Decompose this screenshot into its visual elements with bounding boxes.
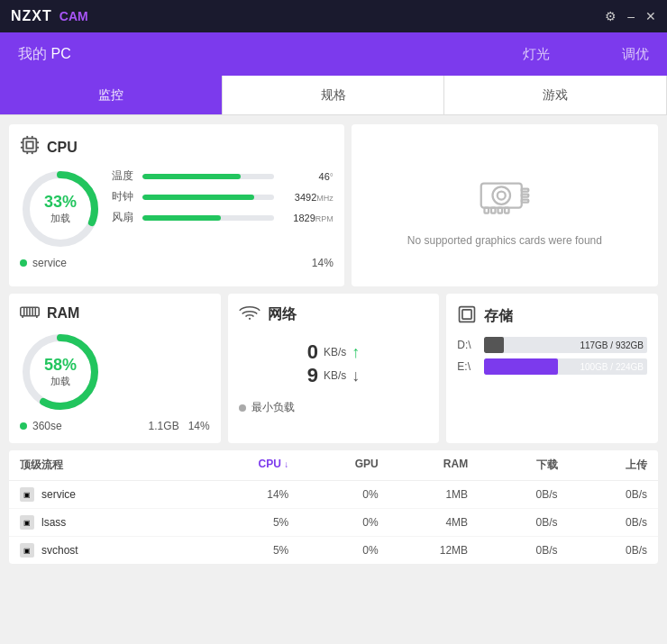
- cpu-clock-row: 时钟 3492MHz: [112, 189, 334, 204]
- net-download-row: 9 KB/s ↓: [307, 364, 361, 387]
- table-header: 顶级流程 CPU ↓ GPU RAM 下载 上传: [9, 450, 658, 481]
- net-footer: 最小负载: [239, 400, 429, 415]
- row-svchost-dl: 0B/s: [468, 544, 557, 557]
- logo-nzxt: NZXT: [11, 8, 52, 24]
- svg-point-14: [498, 192, 506, 200]
- svg-point-13: [492, 186, 510, 204]
- net-download-unit: KB/s: [324, 369, 346, 382]
- net-dot: [239, 404, 246, 412]
- ram-percent: 58%: [44, 356, 77, 375]
- row-svchost-icon: ▣: [20, 543, 34, 558]
- ram-process-value2: 14%: [188, 420, 210, 432]
- cpu-clock-bar: [142, 195, 254, 200]
- network-icon: [239, 304, 260, 324]
- col-gpu-header: GPU: [288, 458, 378, 473]
- cpu-ring: 33% 加载: [20, 168, 101, 249]
- ram-process-label: 360se: [32, 420, 62, 432]
- drive-d-bar: 117GB / 932GB: [484, 337, 647, 353]
- cpu-fan-row: 风扇 1829RPM: [112, 210, 334, 225]
- svg-rect-20: [498, 208, 502, 213]
- tab-games[interactable]: 游戏: [444, 76, 667, 114]
- svg-rect-15: [522, 189, 529, 192]
- net-upload-row: 0 KB/s ↑: [307, 340, 361, 364]
- row-svchost-gpu: 0%: [288, 544, 378, 557]
- row-service-name: service: [41, 488, 76, 501]
- title-bar: NZXT CAM ⚙ – ✕: [0, 0, 667, 32]
- tab-monitor[interactable]: 监控: [0, 76, 223, 114]
- cpu-temp-label: 温度: [112, 168, 137, 184]
- svg-rect-0: [23, 139, 37, 152]
- gpu-no-support-text: No supported graphics cards were found: [407, 234, 602, 247]
- download-arrow-icon: ↓: [352, 367, 360, 385]
- nav-title: 我的 PC: [18, 45, 71, 64]
- drive-e-value: 100GB / 224GB: [580, 362, 644, 372]
- net-download-speed: 9: [307, 364, 318, 387]
- table-row: ▣ service 14% 0% 1MB 0B/s 0B/s: [9, 481, 658, 509]
- cpu-fan-bar: [142, 215, 221, 221]
- process-table: 顶级流程 CPU ↓ GPU RAM 下载 上传 ▣ service 14% 0…: [9, 450, 658, 564]
- col-process-name: 顶级流程: [20, 458, 199, 473]
- close-icon[interactable]: ✕: [645, 9, 656, 23]
- cpu-fan-value: 1829RPM: [279, 213, 334, 223]
- tab-specs[interactable]: 规格: [223, 76, 445, 114]
- nav-bar: 我的 PC 灯光 调优: [0, 32, 667, 76]
- ram-card: RAM 58% 加载 360s: [9, 294, 221, 443]
- cards-row-2: RAM 58% 加载 360s: [9, 294, 658, 443]
- row-lsass-gpu: 0%: [288, 516, 378, 529]
- row-lsass-dl: 0B/s: [468, 516, 557, 529]
- svg-rect-33: [460, 307, 475, 322]
- storage-drive-e: E:\ 100GB / 224GB: [457, 358, 647, 375]
- row-service-cpu: 14%: [199, 488, 288, 501]
- cpu-ring-center: 33% 加载: [44, 193, 77, 225]
- net-upload-speed: 0: [307, 340, 318, 364]
- ram-dot: [20, 422, 27, 430]
- ram-footer: 360se 1.1GB 14%: [20, 420, 210, 432]
- cpu-title: CPU: [47, 140, 78, 156]
- svg-rect-19: [491, 208, 496, 213]
- settings-icon[interactable]: ⚙: [605, 9, 617, 23]
- nav-link-tuning[interactable]: 调优: [622, 46, 649, 63]
- ram-ring: 58% 加载: [20, 331, 101, 413]
- net-upload-unit: KB/s: [324, 346, 346, 358]
- row-service-name-wrap: ▣ service: [20, 487, 199, 502]
- row-svchost-ul: 0B/s: [558, 544, 647, 557]
- cpu-process-label: service: [32, 257, 67, 269]
- drive-d-fill: [484, 337, 504, 353]
- svg-rect-16: [522, 195, 529, 197]
- cards-row-1: CPU 33% 加载: [9, 124, 658, 286]
- cpu-card: CPU 33% 加载: [9, 124, 344, 286]
- ram-header: RAM: [20, 304, 210, 322]
- logo-cam: CAM: [59, 9, 88, 23]
- cpu-temp-value: 46°: [279, 171, 334, 182]
- svg-rect-18: [484, 208, 489, 213]
- network-card: 网络 0 KB/s ↑ 9 KB/s ↓ 最小负载: [228, 294, 440, 443]
- storage-drive-d: D:\ 117GB / 932GB: [457, 337, 647, 353]
- gpu-icon: [478, 173, 532, 222]
- row-service-gpu: 0%: [288, 488, 378, 501]
- table-row: ▣ lsass 5% 0% 4MB 0B/s 0B/s: [9, 509, 658, 537]
- storage-card: 存储 D:\ 117GB / 932GB E:\: [446, 294, 658, 443]
- drive-e-fill: [484, 358, 557, 375]
- drive-e-bar: 100GB / 224GB: [484, 358, 647, 375]
- col-cpu-header[interactable]: CPU ↓: [199, 458, 288, 473]
- tab-bar: 监控 规格 游戏: [0, 76, 667, 115]
- cpu-clock-value: 3492MHz: [279, 192, 334, 203]
- row-service-ram: 1MB: [379, 488, 468, 501]
- storage-title: 存储: [484, 307, 513, 326]
- net-values: 0 KB/s ↑ 9 KB/s ↓: [239, 333, 429, 395]
- nav-link-lighting[interactable]: 灯光: [523, 46, 550, 63]
- cpu-fan-bar-container: [142, 215, 274, 221]
- storage-drives: D:\ 117GB / 932GB E:\: [457, 337, 647, 375]
- row-lsass-ram: 4MB: [379, 516, 468, 529]
- cpu-header: CPU: [20, 135, 334, 159]
- cpu-process-value: 14%: [312, 257, 334, 269]
- net-min-load-label: 最小负载: [251, 400, 295, 415]
- minimize-icon[interactable]: –: [627, 9, 635, 23]
- drive-d-value: 117GB / 932GB: [580, 340, 644, 350]
- ram-load-label: 加载: [44, 375, 77, 388]
- drive-d-label: D:\: [457, 339, 479, 351]
- cpu-clock-bar-container: [142, 195, 274, 200]
- col-ram-header: RAM: [379, 458, 468, 473]
- gpu-card: No supported graphics cards were found: [352, 124, 658, 286]
- cpu-load-label: 加载: [44, 212, 77, 225]
